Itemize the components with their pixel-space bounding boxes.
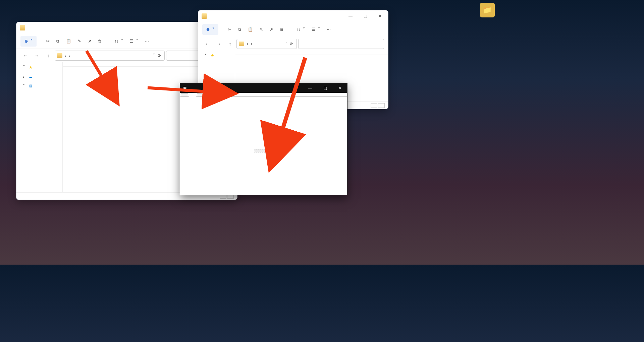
sort-button[interactable]: ↑↓ ˅ bbox=[112, 36, 126, 47]
copy-button[interactable]: ⧉ bbox=[235, 24, 244, 35]
app-body bbox=[180, 97, 347, 195]
view-button[interactable]: ☰ ˅ bbox=[127, 36, 141, 47]
browse-button[interactable] bbox=[254, 149, 273, 152]
rename-button[interactable]: ✎ bbox=[75, 36, 84, 47]
share-button[interactable]: ↗ bbox=[85, 36, 94, 47]
delete-button[interactable]: 🗑 bbox=[277, 24, 286, 35]
back-button[interactable]: ← bbox=[20, 51, 31, 61]
view-details-icon[interactable] bbox=[378, 103, 385, 108]
paste-button[interactable]: 📋 bbox=[245, 24, 256, 35]
right-strip bbox=[483, 0, 498, 265]
more-button[interactable]: ⋯ bbox=[324, 24, 333, 35]
paste-button[interactable]: 📋 bbox=[63, 36, 74, 47]
view-button[interactable]: ☰ ˅ bbox=[309, 24, 323, 35]
tab-about[interactable] bbox=[197, 93, 204, 96]
sort-button[interactable]: ↑↓ ˅ bbox=[293, 24, 308, 35]
sidebar[interactable]: ˅★ ›☁ ˅🖥 bbox=[16, 62, 63, 192]
folder-icon bbox=[57, 53, 62, 58]
close-button[interactable]: ✕ bbox=[373, 10, 387, 22]
back-button[interactable]: ← bbox=[202, 39, 212, 49]
minimize-button[interactable]: — bbox=[303, 83, 318, 93]
app-window-fastboot-enhance[interactable]: ▣ — ▢ ✕ bbox=[180, 83, 347, 195]
tab-bar bbox=[180, 93, 347, 97]
folder-icon bbox=[239, 42, 244, 46]
tab-fastboot[interactable] bbox=[181, 93, 188, 96]
cut-button[interactable]: ✂ bbox=[44, 36, 52, 47]
folder-icon bbox=[202, 13, 207, 19]
forward-button[interactable]: → bbox=[32, 51, 42, 61]
folder-icon bbox=[20, 25, 25, 30]
search-input[interactable] bbox=[298, 39, 384, 49]
minimize-button[interactable]: — bbox=[343, 10, 358, 22]
more-button[interactable]: ⋯ bbox=[142, 36, 152, 47]
forward-button[interactable]: → bbox=[214, 39, 224, 49]
rename-button[interactable]: ✎ bbox=[257, 24, 266, 35]
close-button[interactable]: ✕ bbox=[332, 83, 347, 93]
maximize-button[interactable]: ▢ bbox=[318, 83, 332, 93]
view-list-icon[interactable] bbox=[371, 103, 377, 108]
navbar: ← → ↑ › › ˅ ⟳ bbox=[198, 37, 388, 51]
copy-button[interactable]: ⧉ bbox=[54, 36, 62, 47]
sidebar-quick-access[interactable]: ˅★ bbox=[16, 64, 62, 71]
cut-button[interactable]: ✂ bbox=[225, 24, 234, 35]
tab-payload-unpack[interactable] bbox=[189, 94, 196, 97]
breadcrumb[interactable]: › › ˅ ⟳ bbox=[236, 39, 297, 49]
toolbar: ⊕ ˅ ✂ ⧉ 📋 ✎ ↗ 🗑 ↑↓ ˅ ☰ ˅ ⋯ bbox=[198, 22, 388, 37]
up-button[interactable]: ↑ bbox=[43, 51, 53, 61]
sidebar-quick-access[interactable]: ˅★ bbox=[198, 52, 235, 59]
up-button[interactable]: ↑ bbox=[225, 39, 235, 49]
titlebar[interactable]: — ▢ ✕ bbox=[198, 10, 388, 22]
delete-button[interactable]: 🗑 bbox=[95, 36, 105, 47]
app-titlebar[interactable]: ▣ — ▢ ✕ bbox=[180, 83, 347, 93]
new-button[interactable]: ⊕ ˅ bbox=[202, 24, 218, 35]
breadcrumb[interactable]: › › ˅ ⟳ bbox=[55, 51, 165, 61]
app-icon: ▣ bbox=[183, 86, 186, 90]
new-button[interactable]: ⊕ ˅ bbox=[20, 36, 37, 47]
sidebar-onedrive[interactable]: ›☁ bbox=[16, 73, 62, 80]
maximize-button[interactable]: ▢ bbox=[358, 10, 373, 22]
sidebar-this-pc[interactable]: ˅🖥 bbox=[16, 82, 62, 90]
share-button[interactable]: ↗ bbox=[267, 24, 276, 35]
